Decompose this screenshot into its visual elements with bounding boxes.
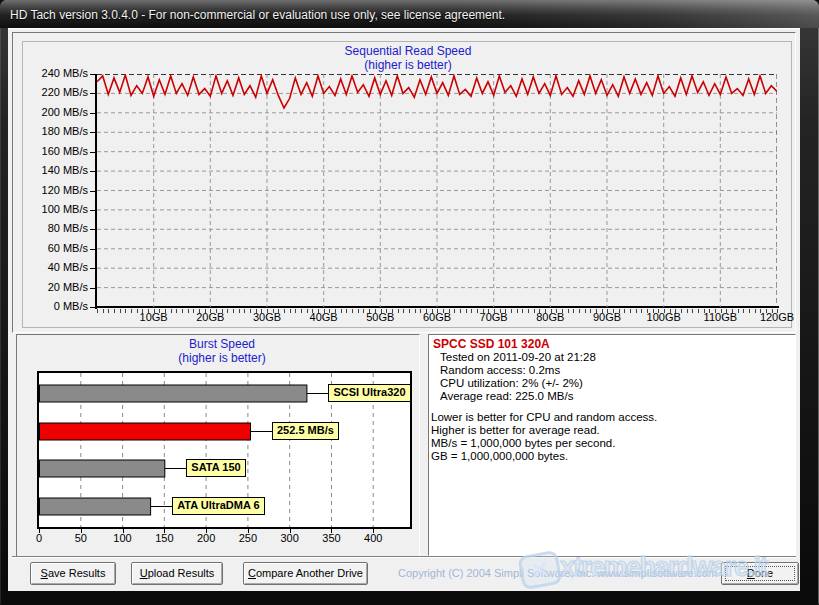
y-axis-tick-label: 160 MB/s [16, 145, 88, 157]
drive-detail-line: CPU utilization: 2% (+/- 2%) [440, 377, 596, 390]
burst-bar [40, 498, 151, 515]
burst-chart-subtitle: (higher is better) [72, 351, 372, 365]
x-axis-tick-label: 90GB [579, 311, 635, 323]
y-axis-tick-label: 140 MB/s [16, 164, 88, 176]
x-axis-tick-label: 10GB [126, 311, 182, 323]
copyright-text: Copyright (C) 2004 Simpli Software, Inc.… [398, 567, 717, 579]
drive-detail-line: Average read: 225.0 MB/s [440, 390, 596, 403]
y-axis-tick-label: 200 MB/s [16, 106, 88, 118]
burst-x-tick [290, 529, 291, 533]
burst-x-tick-label: 150 [149, 532, 179, 544]
x-axis-tick-label: 20GB [182, 311, 238, 323]
drive-details: Tested on 2011-09-20 at 21:28Random acce… [440, 351, 596, 403]
burst-x-tick [331, 529, 332, 533]
note-line: Higher is better for average read. [431, 424, 657, 437]
x-axis-tick-label: 100GB [636, 311, 692, 323]
x-axis-tick-label: 60GB [409, 311, 465, 323]
y-axis-tick [90, 191, 96, 192]
note-line: MB/s = 1,000,000 bytes per second. [431, 437, 657, 450]
burst-bar [40, 385, 307, 402]
burst-x-tick-label: 300 [275, 532, 305, 544]
window-title: HD Tach version 3.0.4.0 - For non-commer… [10, 8, 505, 22]
bar-label: ATA UltraDMA 6 [172, 497, 265, 515]
y-axis-tick [90, 74, 96, 75]
y-axis-tick-label: 120 MB/s [16, 184, 88, 196]
bar-label: SCSI Ultra320 [328, 384, 410, 402]
titlebar[interactable]: HD Tach version 3.0.4.0 - For non-commer… [0, 0, 819, 28]
burst-x-tick [164, 529, 165, 533]
burst-x-tick-label: 200 [191, 532, 221, 544]
notes: Lower is better for CPU and random acces… [431, 411, 657, 463]
burst-x-tick-label: 350 [316, 532, 346, 544]
y-axis-tick-label: 60 MB/s [16, 242, 88, 254]
y-axis-tick [90, 249, 96, 250]
y-axis-tick-label: 20 MB/s [16, 281, 88, 293]
y-axis-tick [90, 229, 96, 230]
burst-x-tick [373, 529, 374, 533]
x-axis-tick-label: 30GB [239, 311, 295, 323]
bar-label: SATA 150 [186, 459, 245, 477]
y-axis-tick-label: 220 MB/s [16, 86, 88, 98]
burst-x-tick [248, 529, 249, 533]
y-axis-tick [90, 307, 96, 308]
burst-x-tick [39, 529, 40, 533]
bar-label: 252.5 MB/s [272, 422, 339, 440]
y-axis-tick-label: 80 MB/s [16, 222, 88, 234]
x-axis-tick-label: 120GB [749, 311, 805, 323]
x-axis-tick-label: 70GB [466, 311, 522, 323]
x-axis-tick-label: 80GB [522, 311, 578, 323]
drive-detail-line: Tested on 2011-09-20 at 21:28 [440, 351, 596, 364]
drive-detail-line: Random access: 0.2ms [440, 364, 596, 377]
save-results-button[interactable]: Save Results [30, 562, 116, 585]
note-line: GB = 1,000,000,000 bytes. [431, 450, 657, 463]
y-axis-tick-label: 40 MB/s [16, 261, 88, 273]
bottom-separator [12, 556, 796, 558]
burst-bar [40, 423, 251, 440]
burst-x-tick-label: 50 [66, 532, 96, 544]
burst-x-tick [123, 529, 124, 533]
done-button[interactable]: Done [721, 562, 799, 585]
burst-x-tick-label: 400 [358, 532, 388, 544]
x-axis-tick-label: 50GB [352, 311, 408, 323]
burst-x-tick [81, 529, 82, 533]
y-axis-tick-label: 0 MB/s [16, 300, 88, 312]
compare-another-drive-button[interactable]: Compare Another Drive [243, 562, 368, 585]
sequential-read-plot [97, 74, 777, 307]
sequential-chart-subtitle: (higher is better) [208, 58, 608, 72]
y-axis-tick [90, 210, 96, 211]
y-axis-tick [90, 132, 96, 133]
y-axis-tick-label: 240 MB/s [16, 67, 88, 79]
burst-x-tick-label: 100 [108, 532, 138, 544]
y-axis-tick-label: 180 MB/s [16, 125, 88, 137]
drive-name: SPCC SSD 101 320A [433, 337, 550, 351]
y-axis-tick [90, 171, 96, 172]
burst-bar [40, 460, 165, 477]
x-axis-tick-label: 40GB [296, 311, 352, 323]
y-axis-tick [90, 288, 96, 289]
burst-x-tick-label: 250 [233, 532, 263, 544]
x-axis-tick-label: 110GB [692, 311, 748, 323]
note-line: Lower is better for CPU and random acces… [431, 411, 657, 424]
burst-x-tick-label: 0 [24, 532, 54, 544]
upload-results-button[interactable]: Upload Results [131, 562, 223, 585]
sequential-chart-title: Sequential Read Speed [208, 44, 608, 58]
y-axis-tick [90, 268, 96, 269]
y-axis-tick-label: 100 MB/s [16, 203, 88, 215]
y-axis-tick [90, 93, 96, 94]
burst-x-tick [206, 529, 207, 533]
y-axis-tick [90, 113, 96, 114]
burst-chart-title: Burst Speed [72, 337, 372, 351]
y-axis-tick [90, 152, 96, 153]
